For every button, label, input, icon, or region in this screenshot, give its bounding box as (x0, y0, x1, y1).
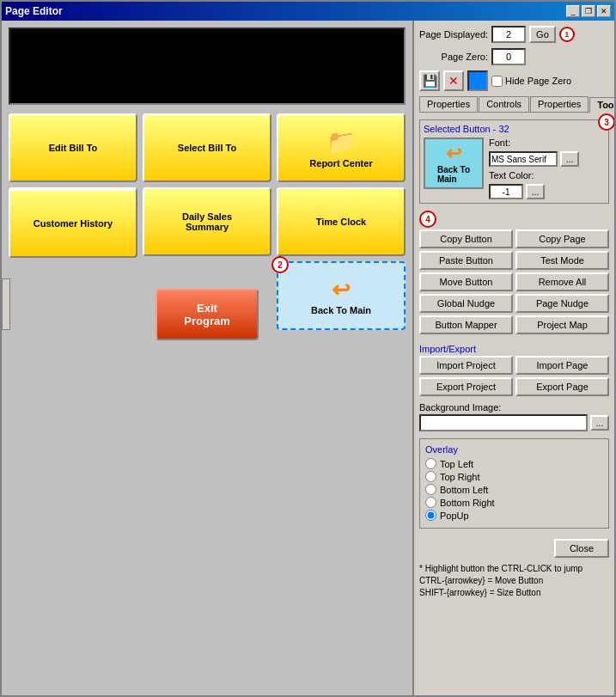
background-image-section: Background Image: ... (419, 402, 609, 435)
report-center-button[interactable]: 📁 Report Center (277, 113, 406, 182)
folder-icon: 📁 (326, 128, 357, 156)
overlay-bottom-right-label: Bottom Right (440, 498, 495, 508)
go-button[interactable]: Go (529, 26, 556, 43)
selected-button-label: Selected Button - 32 (424, 124, 605, 134)
overlay-top-left-radio[interactable] (425, 458, 436, 469)
color-swatch[interactable] (467, 70, 488, 91)
overlay-bottom-left-radio[interactable] (425, 484, 436, 495)
import-export-section: Import/Export Import Project Import Page… (419, 340, 609, 399)
tabs: Properties Controls Properties Tools (419, 96, 609, 113)
tab-properties1[interactable]: Properties (419, 96, 478, 112)
import-project-btn[interactable]: Import Project (419, 356, 513, 375)
overlay-bottom-right-radio[interactable] (425, 497, 436, 508)
minimize-button[interactable]: _ (566, 5, 580, 17)
page-displayed-row: Page Displayed: Go 1 (419, 26, 609, 43)
report-center-label: Report Center (309, 158, 372, 168)
exit-program-label: Exit Program (174, 302, 240, 327)
page-displayed-label: Page Displayed: (419, 29, 488, 40)
tab-properties2[interactable]: Properties (530, 96, 589, 112)
bg-browse-button[interactable]: ... (590, 415, 609, 431)
color-input[interactable] (489, 184, 523, 199)
overlay-top-right-label: Top Right (440, 472, 479, 482)
font-browse-button[interactable]: ... (560, 151, 579, 167)
paste-button-btn[interactable]: Paste Button (419, 251, 513, 270)
delete-button[interactable]: ✕ (443, 70, 464, 91)
overlay-top-right: Top Right (425, 471, 603, 482)
test-mode-btn[interactable]: Test Mode (515, 251, 609, 270)
overlay-top-right-radio[interactable] (425, 471, 436, 482)
title-bar: Page Editor _ ❐ ✕ (2, 2, 614, 21)
badge-3: 3 (598, 113, 614, 131)
import-export-grid: Import Project Import Page Export Projec… (419, 356, 609, 396)
back-to-main-button[interactable]: 2 ↩ Back To Main (277, 261, 406, 330)
badge-2: 2 (271, 256, 289, 273)
scroll-bar[interactable] (2, 278, 10, 330)
selected-preview: ↩ Back ToMain (424, 138, 484, 189)
exit-program-button[interactable]: Exit Program (156, 289, 259, 340)
page-zero-input[interactable] (491, 48, 526, 65)
overlay-popup-radio[interactable] (425, 510, 436, 521)
font-row: Font: (489, 138, 579, 148)
font-input-row: ... (489, 151, 579, 167)
preview-text: Back ToMain (437, 165, 470, 184)
bg-image-row: ... (419, 414, 609, 431)
arrow-icon: ↩ (332, 277, 351, 303)
font-input[interactable] (489, 151, 558, 167)
back-to-main-label: Back To Main (311, 305, 371, 315)
color-row: Text Color: (489, 170, 579, 180)
export-project-btn[interactable]: Export Project (419, 377, 513, 396)
button-mapper-btn[interactable]: Button Mapper (419, 315, 513, 334)
button-grid-top: Edit Bill To Select Bill To 📁 Report Cen… (9, 113, 406, 182)
page-displayed-input[interactable] (491, 26, 526, 43)
button-grid-tools: Copy Button Copy Page Paste Button Test … (419, 229, 609, 334)
font-color-section: Font: ... Text Color: ... (489, 138, 579, 199)
toolbar-row: 💾 ✕ Hide Page Zero (419, 70, 609, 91)
close-button[interactable]: Close (554, 539, 609, 558)
edit-bill-to-button[interactable]: Edit Bill To (9, 113, 137, 182)
copy-page-btn[interactable]: Copy Page (515, 229, 609, 248)
hint-text: * Highlight button the CTRL-CLICK to jum… (419, 563, 609, 599)
color-browse-button[interactable]: ... (526, 184, 545, 199)
import-export-label: Import/Export (419, 344, 609, 354)
selected-button-section: Selected Button - 32 3 ↩ Back ToMain Fon… (419, 119, 609, 204)
bg-image-input[interactable] (419, 414, 588, 431)
restore-button[interactable]: ❐ (582, 5, 595, 17)
select-bill-to-button[interactable]: Select Bill To (143, 113, 271, 182)
tab-controls[interactable]: Controls (479, 96, 529, 112)
import-page-btn[interactable]: Import Page (515, 356, 609, 375)
overlay-popup: PopUp (425, 510, 603, 521)
page-zero-row: Page Zero: (419, 48, 609, 65)
customer-history-button[interactable]: Customer History (9, 189, 137, 258)
page-nudge-btn[interactable]: Page Nudge (515, 294, 609, 313)
move-button-btn[interactable]: Move Button (419, 272, 513, 291)
customer-history-label: Customer History (34, 218, 113, 229)
close-row: Close (419, 539, 609, 558)
overlay-label: Overlay (425, 444, 603, 455)
overlay-bottom-right: Bottom Right (425, 497, 603, 508)
tab-tools[interactable]: Tools (589, 97, 614, 113)
content-area: Edit Bill To Select Bill To 📁 Report Cen… (2, 21, 614, 695)
close-button[interactable]: ✕ (597, 5, 611, 17)
project-map-btn[interactable]: Project Map (515, 315, 609, 334)
font-label: Font: (489, 138, 510, 148)
main-window: Page Editor _ ❐ ✕ Edit Bill To Select Bi… (0, 0, 616, 697)
select-bill-to-label: Select Bill To (178, 143, 236, 153)
overlay-section: Overlay Top Left Top Right Bottom Left B… (419, 438, 609, 529)
preview-arrow-icon: ↩ (446, 143, 461, 165)
selected-inner: ↩ Back ToMain Font: ... Text Color: (424, 138, 605, 199)
badge-4: 4 (419, 211, 436, 228)
remove-all-btn[interactable]: Remove All (515, 272, 609, 291)
save-button[interactable]: 💾 (419, 70, 440, 91)
hide-page-zero-checkbox[interactable] (491, 76, 503, 87)
overlay-popup-label: PopUp (440, 511, 469, 521)
title-bar-buttons: _ ❐ ✕ (566, 5, 611, 17)
color-input-row: ... (489, 184, 579, 199)
global-nudge-btn[interactable]: Global Nudge (419, 294, 513, 313)
badge-1: 1 (559, 27, 575, 42)
copy-button-btn[interactable]: Copy Button (419, 229, 513, 248)
section-4: 4 Copy Button Copy Page Paste Button Tes… (419, 211, 609, 337)
export-page-btn[interactable]: Export Page (515, 377, 609, 396)
bg-image-label: Background Image: (419, 402, 609, 413)
overlay-top-left-label: Top Left (440, 459, 473, 469)
hide-page-zero-label[interactable]: Hide Page Zero (491, 76, 571, 87)
